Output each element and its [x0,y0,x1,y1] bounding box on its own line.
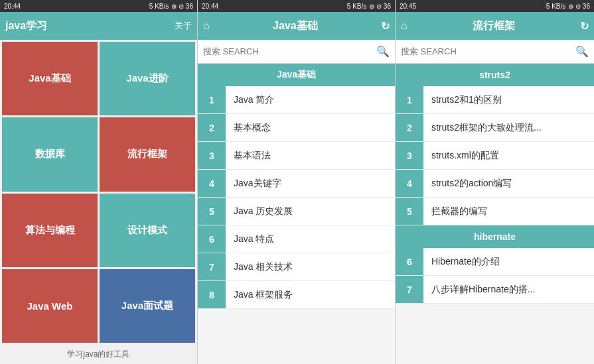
list-text: Java关键字 [226,178,281,190]
panel3-header: ⌂ 流行框架 ↻ [396,12,594,40]
list-text: Java 历史发展 [226,206,293,217]
main-title-bar: java学习 关于 [0,12,197,40]
grid-item-java-web[interactable]: Java Web [2,269,98,343]
list-item[interactable]: 7 八步详解Hibernate的搭... [396,276,594,304]
refresh-icon-2[interactable]: ↻ [381,20,390,32]
list-item[interactable]: 3 struts.xml的配置 [396,142,594,170]
list-text: Java 相关技术 [226,261,293,273]
status-bar-2: 20:44 5 KB/s ⊕ ⊘ 36 [198,0,395,12]
list-num: 4 [396,170,423,197]
search-bar-2: 🔍 [198,40,395,64]
time-2: 20:44 [202,3,218,10]
grid-item-frameworks[interactable]: 流行框架 [100,117,195,191]
list-item[interactable]: 2 基本概念 [198,114,395,142]
list-item[interactable]: 2 struts2框架的大致处理流... [396,114,594,142]
list-text: 拦截器的编写 [423,206,487,217]
main-title: java学习 [5,19,47,33]
list-num: 1 [396,86,423,113]
status-icons-1: 5 KB/s ⊕ ⊘ 36 [149,3,193,10]
list-item[interactable]: 6 Hibernate的介绍 [396,248,594,276]
panel-frameworks: 20:45 5 KB/s ⊕ ⊘ 36 ⌂ 流行框架 ↻ 🔍 struts2 1… [396,0,594,364]
list-text: struts2的action编写 [423,178,512,190]
list-text: Java 框架服务 [226,289,293,301]
list-item[interactable]: 3 基本语法 [198,142,395,170]
list-num: 5 [396,198,423,225]
list-num: 5 [198,198,226,225]
grid-item-java-interview[interactable]: Java面试题 [100,269,195,343]
grid-item-java-basics[interactable]: Java基础 [2,42,98,115]
refresh-icon-3[interactable]: ↻ [580,20,589,32]
list-container-2: 1 Java 简介 2 基本概念 3 基本语法 4 Java关键字 5 Java… [198,86,395,309]
list-item[interactable]: 8 Java 框架服务 [198,281,395,309]
search-icon-2[interactable]: 🔍 [376,45,390,58]
list-num: 7 [396,276,423,303]
list-num: 2 [396,114,423,141]
search-icon-3[interactable]: 🔍 [575,45,589,58]
list-text: struts2和1的区别 [423,94,502,106]
list-num: 8 [198,281,226,308]
grid-item-algorithms[interactable]: 算法与编程 [2,194,98,267]
sub-section-header-hibernate: hibernate [396,225,594,248]
list-text: Hibernate的介绍 [423,256,500,268]
list-item[interactable]: 4 struts2的action编写 [396,170,594,198]
panel2-header: ⌂ Java基础 ↻ [198,12,395,40]
list-text: 基本语法 [226,150,271,162]
home-icon-2[interactable]: ⌂ [203,20,210,32]
status-bar-1: 20:44 5 KB/s ⊕ ⊘ 36 [0,0,197,12]
list-text: struts.xml的配置 [423,150,499,162]
search-input-3[interactable] [401,46,575,56]
search-input-2[interactable] [203,46,376,56]
section-header-struts2: struts2 [396,64,594,86]
status-bar-3: 20:45 5 KB/s ⊕ ⊘ 36 [396,0,594,12]
list-num: 3 [396,142,423,169]
panel-java-basics: 20:44 5 KB/s ⊕ ⊘ 36 ⌂ Java基础 ↻ 🔍 Java基础 … [198,0,396,364]
list-text: Java 简介 [226,94,274,106]
time-3: 20:45 [400,3,416,10]
list-item[interactable]: 4 Java关键字 [198,170,395,198]
panel3-title: 流行框架 [473,19,515,33]
panel-main: 20:44 5 KB/s ⊕ ⊘ 36 java学习 关于 Java基础 Jav… [0,0,198,364]
grid-item-java-advanced[interactable]: Java进阶 [100,42,195,115]
list-item[interactable]: 1 Java 简介 [198,86,395,114]
list-item[interactable]: 5 拦截器的编写 [396,198,594,225]
list-num: 6 [198,225,226,253]
section-header-2: Java基础 [198,64,395,86]
list-num: 6 [396,248,423,275]
list-num: 1 [198,86,226,113]
search-bar-3: 🔍 [396,40,594,64]
list-num: 3 [198,142,226,169]
list-text: struts2框架的大致处理流... [423,122,542,134]
home-icon-3[interactable]: ⌂ [401,20,408,32]
list-num: 4 [198,170,226,197]
list-num: 2 [198,114,226,141]
about-button[interactable]: 关于 [175,20,192,32]
panel2-title: Java基础 [273,19,318,33]
time-1: 20:44 [4,3,21,10]
status-icons-2: 5 KB/s ⊕ ⊘ 36 [347,3,391,10]
list-text: Java 特点 [226,233,274,245]
list-text: 基本概念 [226,122,271,134]
list-item[interactable]: 1 struts2和1的区别 [396,86,594,114]
grid-item-database[interactable]: 数据库 [2,117,98,191]
list-item[interactable]: 7 Java 相关技术 [198,253,395,281]
list-num: 7 [198,253,226,280]
list-item[interactable]: 6 Java 特点 [198,225,395,253]
list-text: 八步详解Hibernate的搭... [423,284,535,296]
list-item[interactable]: 5 Java 历史发展 [198,198,395,225]
list-container-3: 1 struts2和1的区别 2 struts2框架的大致处理流... 3 st… [396,86,594,304]
grid-menu: Java基础 Java进阶 数据库 流行框架 算法与编程 设计模式 Java W… [0,40,197,345]
footer-text: 学习java的好工具 [0,345,197,364]
grid-item-design-patterns[interactable]: 设计模式 [100,194,195,267]
status-icons-3: 5 KB/s ⊕ ⊘ 36 [546,3,590,10]
